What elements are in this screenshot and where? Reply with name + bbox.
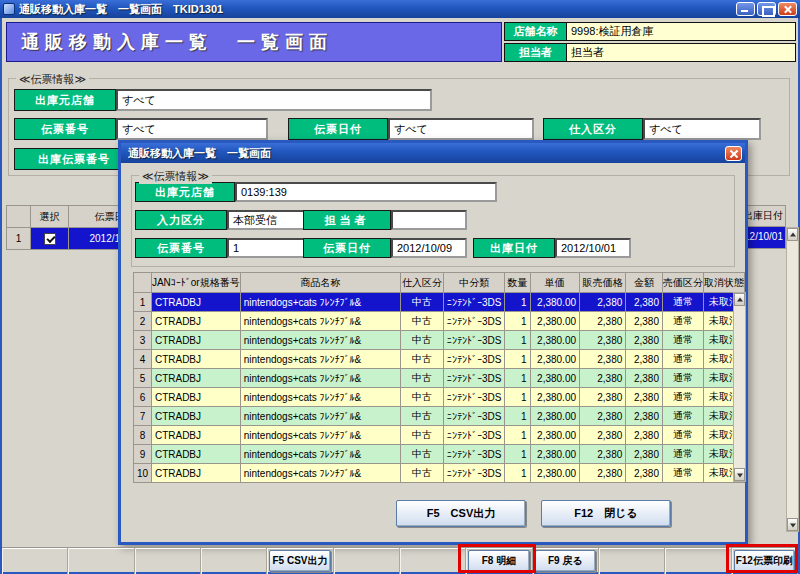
cell-jan[interactable]: CTRADBJ	[151, 445, 240, 464]
cell-unit-price[interactable]: 2,380.00	[530, 445, 579, 464]
cell-price-class[interactable]: 通常	[662, 312, 703, 331]
detail-table-row[interactable]: 1CTRADBJnintendogs+cats ﾌﾚﾝﾁﾌﾞﾙ&中古ﾆﾝﾃﾝﾄﾞ…	[134, 293, 745, 312]
detail-table-row[interactable]: 10CTRADBJnintendogs+cats ﾌﾚﾝﾁﾌﾞﾙ&中古ﾆﾝﾃﾝﾄ…	[134, 464, 745, 483]
cell-sale-price[interactable]: 2,380	[580, 331, 626, 350]
cell-jan[interactable]: CTRADBJ	[151, 464, 240, 483]
cell-amount[interactable]: 2,380	[626, 369, 663, 388]
cell-qty[interactable]: 1	[505, 369, 530, 388]
cell-purchase-class[interactable]: 中古	[401, 312, 444, 331]
f5-csv-export-button[interactable]: F5 CSV出力	[269, 550, 330, 572]
cell-amount[interactable]: 2,380	[626, 350, 663, 369]
cell-category[interactable]: ﾆﾝﾃﾝﾄﾞｰ3DS	[443, 388, 504, 407]
cell-unit-price[interactable]: 2,380.00	[530, 407, 579, 426]
select-cell[interactable]	[31, 228, 69, 250]
cell-name[interactable]: nintendogs+cats ﾌﾚﾝﾁﾌﾞﾙ&	[240, 445, 401, 464]
cell-unit-price[interactable]: 2,380.00	[530, 312, 579, 331]
cell-sale-price[interactable]: 2,380	[580, 445, 626, 464]
cell-qty[interactable]: 1	[505, 445, 530, 464]
cell-jan[interactable]: CTRADBJ	[151, 293, 240, 312]
out-date-cell-partial[interactable]: 2012/10/01	[744, 227, 786, 249]
cell-purchase-class[interactable]: 中古	[401, 445, 444, 464]
cell-qty[interactable]: 1	[505, 388, 530, 407]
source-store-input[interactable]: すべて	[116, 89, 432, 111]
cell-amount[interactable]: 2,380	[626, 331, 663, 350]
cell-category[interactable]: ﾆﾝﾃﾝﾄﾞｰ3DS	[443, 312, 504, 331]
cell-category[interactable]: ﾆﾝﾃﾝﾄﾞｰ3DS	[443, 464, 504, 483]
cell-category[interactable]: ﾆﾝﾃﾝﾄﾞｰ3DS	[443, 426, 504, 445]
cell-qty[interactable]: 1	[505, 426, 530, 445]
checkbox-checked-icon[interactable]	[44, 233, 56, 245]
cell-qty[interactable]: 1	[505, 293, 530, 312]
cell-price-class[interactable]: 通常	[662, 350, 703, 369]
cell-price-class[interactable]: 通常	[662, 445, 703, 464]
maximize-icon[interactable]	[757, 2, 776, 16]
detail-scroll-up-icon[interactable]	[734, 293, 745, 306]
cell-sale-price[interactable]: 2,380	[580, 350, 626, 369]
cell-jan[interactable]: CTRADBJ	[151, 312, 240, 331]
cell-jan[interactable]: CTRADBJ	[151, 388, 240, 407]
cell-price-class[interactable]: 通常	[662, 293, 703, 312]
cell-name[interactable]: nintendogs+cats ﾌﾚﾝﾁﾌﾞﾙ&	[240, 293, 401, 312]
cell-sale-price[interactable]: 2,380	[580, 388, 626, 407]
dialog-source-store-input[interactable]: 0139:139	[235, 182, 497, 202]
cell-unit-price[interactable]: 2,380.00	[530, 350, 579, 369]
cell-qty[interactable]: 1	[505, 407, 530, 426]
slip-number-input[interactable]: すべて	[116, 118, 268, 140]
cell-amount[interactable]: 2,380	[626, 445, 663, 464]
cell-unit-price[interactable]: 2,380.00	[530, 464, 579, 483]
dialog-close-button[interactable]: F12 閉じる	[541, 500, 671, 527]
cell-name[interactable]: nintendogs+cats ﾌﾚﾝﾁﾌﾞﾙ&	[240, 312, 401, 331]
cell-price-class[interactable]: 通常	[662, 331, 703, 350]
cell-qty[interactable]: 1	[505, 331, 530, 350]
cell-unit-price[interactable]: 2,380.00	[530, 369, 579, 388]
cell-category[interactable]: ﾆﾝﾃﾝﾄﾞｰ3DS	[443, 369, 504, 388]
cell-qty[interactable]: 1	[505, 312, 530, 331]
cell-sale-price[interactable]: 2,380	[580, 312, 626, 331]
csv-export-button[interactable]: F5 CSV出力	[396, 500, 526, 527]
cell-sale-price[interactable]: 2,380	[580, 464, 626, 483]
minimize-icon[interactable]	[736, 2, 755, 16]
cell-unit-price[interactable]: 2,380.00	[530, 426, 579, 445]
dialog-out-date-input[interactable]: 2012/10/01	[555, 238, 631, 258]
cell-name[interactable]: nintendogs+cats ﾌﾚﾝﾁﾌﾞﾙ&	[240, 369, 401, 388]
cell-name[interactable]: nintendogs+cats ﾌﾚﾝﾁﾌﾞﾙ&	[240, 426, 401, 445]
cell-purchase-class[interactable]: 中古	[401, 407, 444, 426]
cell-price-class[interactable]: 通常	[662, 464, 703, 483]
cell-unit-price[interactable]: 2,380.00	[530, 331, 579, 350]
cell-amount[interactable]: 2,380	[626, 312, 663, 331]
cell-sale-price[interactable]: 2,380	[580, 369, 626, 388]
cell-sale-price[interactable]: 2,380	[580, 407, 626, 426]
cell-amount[interactable]: 2,380	[626, 426, 663, 445]
cell-category[interactable]: ﾆﾝﾃﾝﾄﾞｰ3DS	[443, 331, 504, 350]
cell-amount[interactable]: 2,380	[626, 388, 663, 407]
cell-jan[interactable]: CTRADBJ	[151, 426, 240, 445]
detail-table-row[interactable]: 6CTRADBJnintendogs+cats ﾌﾚﾝﾁﾌﾞﾙ&中古ﾆﾝﾃﾝﾄﾞ…	[134, 388, 745, 407]
cell-amount[interactable]: 2,380	[626, 464, 663, 483]
detail-table-row[interactable]: 4CTRADBJnintendogs+cats ﾌﾚﾝﾁﾌﾞﾙ&中古ﾆﾝﾃﾝﾄﾞ…	[134, 350, 745, 369]
purchase-class-input[interactable]: すべて	[643, 118, 761, 140]
detail-table-row[interactable]: 7CTRADBJnintendogs+cats ﾌﾚﾝﾁﾌﾞﾙ&中古ﾆﾝﾃﾝﾄﾞ…	[134, 407, 745, 426]
cell-category[interactable]: ﾆﾝﾃﾝﾄﾞｰ3DS	[443, 445, 504, 464]
cell-jan[interactable]: CTRADBJ	[151, 331, 240, 350]
cell-sale-price[interactable]: 2,380	[580, 293, 626, 312]
cell-name[interactable]: nintendogs+cats ﾌﾚﾝﾁﾌﾞﾙ&	[240, 388, 401, 407]
cell-purchase-class[interactable]: 中古	[401, 464, 444, 483]
cell-amount[interactable]: 2,380	[626, 407, 663, 426]
cell-name[interactable]: nintendogs+cats ﾌﾚﾝﾁﾌﾞﾙ&	[240, 407, 401, 426]
cell-purchase-class[interactable]: 中古	[401, 293, 444, 312]
cell-purchase-class[interactable]: 中古	[401, 388, 444, 407]
cell-category[interactable]: ﾆﾝﾃﾝﾄﾞｰ3DS	[443, 293, 504, 312]
dialog-slip-number-input[interactable]: 1	[227, 238, 307, 258]
dialog-person-input[interactable]	[391, 210, 467, 230]
cell-purchase-class[interactable]: 中古	[401, 331, 444, 350]
cell-category[interactable]: ﾆﾝﾃﾝﾄﾞｰ3DS	[443, 407, 504, 426]
cell-jan[interactable]: CTRADBJ	[151, 350, 240, 369]
cell-name[interactable]: nintendogs+cats ﾌﾚﾝﾁﾌﾞﾙ&	[240, 464, 401, 483]
cell-purchase-class[interactable]: 中古	[401, 350, 444, 369]
cell-name[interactable]: nintendogs+cats ﾌﾚﾝﾁﾌﾞﾙ&	[240, 331, 401, 350]
detail-scroll-down-icon[interactable]	[734, 468, 745, 481]
cell-price-class[interactable]: 通常	[662, 407, 703, 426]
cell-price-class[interactable]: 通常	[662, 369, 703, 388]
cell-qty[interactable]: 1	[505, 350, 530, 369]
cell-unit-price[interactable]: 2,380.00	[530, 388, 579, 407]
